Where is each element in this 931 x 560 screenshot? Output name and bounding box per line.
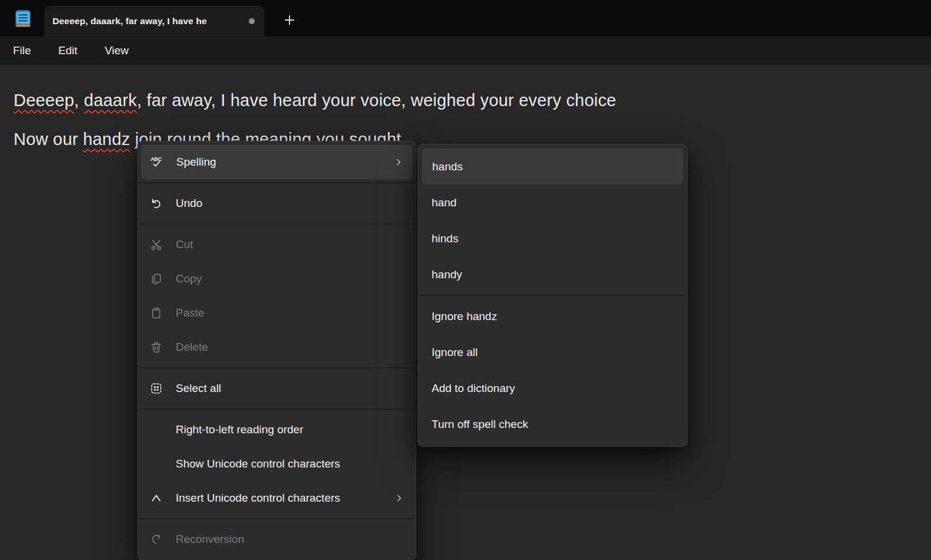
- menu-item-label: Paste: [176, 307, 205, 319]
- menu-item-spelling[interactable]: ABC Spelling: [142, 145, 412, 179]
- text-segment: ,: [74, 91, 84, 110]
- menu-item-paste: Paste: [142, 296, 412, 330]
- menu-item-ignore-all[interactable]: Ignore all: [422, 334, 683, 370]
- menu-item-insert-unicode-control-characters[interactable]: Insert Unicode control characters: [142, 481, 412, 515]
- paste-icon: [150, 307, 164, 319]
- menu-item-label: Delete: [176, 341, 208, 354]
- menu-view[interactable]: View: [96, 37, 137, 65]
- unsaved-indicator-dot: [249, 18, 255, 24]
- suggestion-hand[interactable]: hand: [422, 185, 683, 220]
- menu-item-ignore-handz[interactable]: Ignore handz: [422, 298, 683, 334]
- menu-item-label: Show Unicode control characters: [176, 457, 340, 470]
- chevron-right-icon: [394, 157, 403, 167]
- menu-item-label: Undo: [176, 197, 202, 210]
- menu-item-label: Copy: [176, 272, 202, 285]
- menu-item-label: Right-to-left reading order: [176, 423, 304, 436]
- menu-item-rtl-reading-order[interactable]: Right-to-left reading order: [142, 413, 412, 447]
- context-menu: ABC Spelling Undo: [137, 141, 416, 560]
- icon-spacer: [150, 457, 164, 470]
- misspelled-word: Deeeep: [14, 91, 74, 110]
- caret-icon: [150, 492, 164, 505]
- suggestion-handy[interactable]: handy: [422, 256, 683, 292]
- copy-icon: [150, 272, 164, 285]
- chevron-right-icon: [394, 493, 404, 503]
- text-segment: , far away, I have heard your voice, wei…: [137, 91, 616, 110]
- tab-title: Deeeep, daaark, far away, I have he: [52, 16, 236, 27]
- menu-separator: [418, 295, 687, 296]
- plus-icon: [283, 14, 296, 29]
- menu-item-add-to-dictionary[interactable]: Add to dictionary: [422, 370, 683, 406]
- menu-item-copy: Copy: [142, 262, 412, 296]
- new-tab-button[interactable]: [278, 10, 301, 32]
- undo-icon: [150, 197, 164, 210]
- select-all-icon: [150, 382, 164, 395]
- text-segment: Now our: [14, 130, 83, 149]
- suggestion-hinds[interactable]: hinds: [422, 220, 683, 256]
- misspelled-word: daaark: [84, 91, 137, 110]
- menu-item-show-unicode-control-characters[interactable]: Show Unicode control characters: [142, 447, 412, 481]
- menu-edit[interactable]: Edit: [50, 37, 86, 65]
- document-tab[interactable]: Deeeep, daaark, far away, I have he: [44, 6, 264, 37]
- menu-file[interactable]: File: [5, 37, 40, 65]
- menu-bar: File Edit View: [0, 37, 931, 65]
- spellcheck-icon: ABC: [150, 156, 165, 169]
- suggestion-hands[interactable]: hands: [422, 149, 683, 185]
- delete-icon: [150, 341, 164, 354]
- menu-item-reconversion: Reconversion: [142, 522, 412, 556]
- menu-item-label: Cut: [176, 238, 193, 251]
- titlebar: Deeeep, daaark, far away, I have he: [0, 0, 931, 37]
- spelling-submenu: hands hand hinds handy Ignore handz Igno…: [417, 144, 687, 447]
- menu-item-delete: Delete: [142, 330, 412, 364]
- misspelled-word: handz: [83, 130, 130, 149]
- menu-item-label: Spelling: [176, 156, 216, 169]
- menu-item-label: Select all: [176, 382, 221, 395]
- menu-item-cut: Cut: [142, 228, 412, 262]
- icon-spacer: [150, 423, 164, 436]
- menu-separator: [138, 223, 416, 225]
- notepad-app-icon: [14, 9, 32, 29]
- text-line-1: Deeeep, daaark, far away, I have heard y…: [14, 81, 616, 120]
- menu-item-undo[interactable]: Undo: [142, 186, 412, 220]
- menu-separator: [138, 182, 416, 183]
- menu-item-select-all[interactable]: Select all: [142, 371, 412, 406]
- svg-text:ABC: ABC: [151, 156, 162, 162]
- menu-item-label: Insert Unicode control characters: [176, 492, 340, 505]
- reconversion-icon: [150, 533, 164, 546]
- menu-item-turn-off-spell-check[interactable]: Turn off spell check: [422, 406, 683, 442]
- menu-separator: [138, 409, 416, 410]
- menu-separator: [138, 518, 416, 519]
- menu-separator: [138, 367, 416, 368]
- cut-icon: [150, 238, 164, 251]
- menu-item-label: Reconversion: [176, 533, 244, 546]
